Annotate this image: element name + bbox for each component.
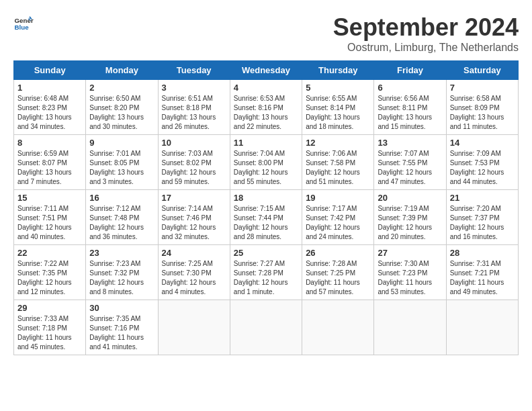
table-row: 19 Sunrise: 7:17 AMSunset: 7:42 PMDaylig… xyxy=(302,190,374,245)
svg-text:Blue: Blue xyxy=(15,24,30,31)
day-info: Sunrise: 6:55 AMSunset: 8:14 PMDaylight:… xyxy=(306,94,370,132)
table-row: 16 Sunrise: 7:12 AMSunset: 7:48 PMDaylig… xyxy=(86,190,158,245)
day-info: Sunrise: 6:50 AMSunset: 8:20 PMDaylight:… xyxy=(89,94,154,132)
day-number: 7 xyxy=(450,83,515,93)
day-number: 9 xyxy=(89,138,154,148)
day-number: 30 xyxy=(89,303,154,313)
day-number: 6 xyxy=(378,83,442,93)
day-info: Sunrise: 7:20 AMSunset: 7:37 PMDaylight:… xyxy=(450,204,515,242)
table-row: 4 Sunrise: 6:53 AMSunset: 8:16 PMDayligh… xyxy=(230,80,302,135)
table-row: 10 Sunrise: 7:03 AMSunset: 8:02 PMDaylig… xyxy=(158,135,230,190)
day-info: Sunrise: 7:03 AMSunset: 8:02 PMDaylight:… xyxy=(162,149,226,187)
day-number: 2 xyxy=(89,83,154,93)
table-row xyxy=(374,300,446,355)
day-info: Sunrise: 7:27 AMSunset: 7:28 PMDaylight:… xyxy=(234,259,298,297)
day-number: 12 xyxy=(306,138,370,148)
day-info: Sunrise: 6:59 AMSunset: 8:07 PMDaylight:… xyxy=(17,149,82,187)
table-row xyxy=(446,300,518,355)
day-info: Sunrise: 7:06 AMSunset: 7:58 PMDaylight:… xyxy=(306,149,370,187)
calendar-row: 15 Sunrise: 7:11 AMSunset: 7:51 PMDaylig… xyxy=(14,190,519,245)
day-info: Sunrise: 7:23 AMSunset: 7:32 PMDaylight:… xyxy=(89,259,154,297)
logo: General Blue xyxy=(13,13,34,34)
day-info: Sunrise: 7:01 AMSunset: 8:05 PMDaylight:… xyxy=(89,149,154,187)
table-row: 28 Sunrise: 7:31 AMSunset: 7:21 PMDaylig… xyxy=(446,245,518,300)
table-row: 21 Sunrise: 7:20 AMSunset: 7:37 PMDaylig… xyxy=(446,190,518,245)
day-info: Sunrise: 7:15 AMSunset: 7:44 PMDaylight:… xyxy=(234,204,298,242)
day-number: 3 xyxy=(162,83,226,93)
table-row: 6 Sunrise: 6:56 AMSunset: 8:11 PMDayligh… xyxy=(374,80,446,135)
table-row: 29 Sunrise: 7:33 AMSunset: 7:18 PMDaylig… xyxy=(14,300,86,355)
day-info: Sunrise: 7:09 AMSunset: 7:53 PMDaylight:… xyxy=(450,149,515,187)
day-info: Sunrise: 6:51 AMSunset: 8:18 PMDaylight:… xyxy=(162,94,226,132)
table-row: 1 Sunrise: 6:48 AMSunset: 8:23 PMDayligh… xyxy=(14,80,86,135)
table-row: 27 Sunrise: 7:30 AMSunset: 7:23 PMDaylig… xyxy=(374,245,446,300)
day-info: Sunrise: 7:19 AMSunset: 7:39 PMDaylight:… xyxy=(378,204,442,242)
title-block: September 2024 Oostrum, Limburg, The Net… xyxy=(333,13,519,54)
col-wednesday: Wednesday xyxy=(230,61,302,80)
day-number: 14 xyxy=(450,138,515,148)
day-number: 26 xyxy=(306,248,370,258)
table-row xyxy=(230,300,302,355)
day-info: Sunrise: 7:11 AMSunset: 7:51 PMDaylight:… xyxy=(17,204,82,242)
day-info: Sunrise: 7:17 AMSunset: 7:42 PMDaylight:… xyxy=(306,204,370,242)
table-row: 13 Sunrise: 7:07 AMSunset: 7:55 PMDaylig… xyxy=(374,135,446,190)
day-number: 16 xyxy=(89,193,154,203)
day-number: 25 xyxy=(234,248,298,258)
table-row: 2 Sunrise: 6:50 AMSunset: 8:20 PMDayligh… xyxy=(86,80,158,135)
col-sunday: Sunday xyxy=(14,61,86,80)
day-info: Sunrise: 6:53 AMSunset: 8:16 PMDaylight:… xyxy=(234,94,298,132)
calendar-body: 1 Sunrise: 6:48 AMSunset: 8:23 PMDayligh… xyxy=(14,80,519,355)
day-info: Sunrise: 7:25 AMSunset: 7:30 PMDaylight:… xyxy=(162,259,226,297)
table-row: 18 Sunrise: 7:15 AMSunset: 7:44 PMDaylig… xyxy=(230,190,302,245)
day-info: Sunrise: 7:07 AMSunset: 7:55 PMDaylight:… xyxy=(378,149,442,187)
location: Oostrum, Limburg, The Netherlands xyxy=(333,42,519,54)
col-thursday: Thursday xyxy=(302,61,374,80)
calendar-row: 29 Sunrise: 7:33 AMSunset: 7:18 PMDaylig… xyxy=(14,300,519,355)
day-number: 10 xyxy=(162,138,226,148)
calendar-row: 22 Sunrise: 7:22 AMSunset: 7:35 PMDaylig… xyxy=(14,245,519,300)
table-row: 15 Sunrise: 7:11 AMSunset: 7:51 PMDaylig… xyxy=(14,190,86,245)
calendar-row: 1 Sunrise: 6:48 AMSunset: 8:23 PMDayligh… xyxy=(14,80,519,135)
day-number: 23 xyxy=(89,248,154,258)
day-info: Sunrise: 7:31 AMSunset: 7:21 PMDaylight:… xyxy=(450,259,515,297)
day-info: Sunrise: 6:58 AMSunset: 8:09 PMDaylight:… xyxy=(450,94,515,132)
day-number: 18 xyxy=(234,193,298,203)
table-row xyxy=(158,300,230,355)
day-number: 21 xyxy=(450,193,515,203)
table-row: 5 Sunrise: 6:55 AMSunset: 8:14 PMDayligh… xyxy=(302,80,374,135)
table-row: 7 Sunrise: 6:58 AMSunset: 8:09 PMDayligh… xyxy=(446,80,518,135)
day-number: 28 xyxy=(450,248,515,258)
day-number: 29 xyxy=(17,303,82,313)
day-number: 27 xyxy=(378,248,442,258)
table-row: 24 Sunrise: 7:25 AMSunset: 7:30 PMDaylig… xyxy=(158,245,230,300)
table-row: 30 Sunrise: 7:35 AMSunset: 7:16 PMDaylig… xyxy=(86,300,158,355)
table-row xyxy=(302,300,374,355)
table-row: 20 Sunrise: 7:19 AMSunset: 7:39 PMDaylig… xyxy=(374,190,446,245)
day-info: Sunrise: 7:22 AMSunset: 7:35 PMDaylight:… xyxy=(17,259,82,297)
table-row: 14 Sunrise: 7:09 AMSunset: 7:53 PMDaylig… xyxy=(446,135,518,190)
table-row: 17 Sunrise: 7:14 AMSunset: 7:46 PMDaylig… xyxy=(158,190,230,245)
month-title: September 2024 xyxy=(333,13,519,42)
day-info: Sunrise: 7:33 AMSunset: 7:18 PMDaylight:… xyxy=(17,314,82,352)
col-friday: Friday xyxy=(374,61,446,80)
col-tuesday: Tuesday xyxy=(158,61,230,80)
day-number: 4 xyxy=(234,83,298,93)
day-info: Sunrise: 6:56 AMSunset: 8:11 PMDaylight:… xyxy=(378,94,442,132)
table-row: 12 Sunrise: 7:06 AMSunset: 7:58 PMDaylig… xyxy=(302,135,374,190)
day-number: 19 xyxy=(306,193,370,203)
day-number: 17 xyxy=(162,193,226,203)
day-info: Sunrise: 7:04 AMSunset: 8:00 PMDaylight:… xyxy=(234,149,298,187)
table-row: 3 Sunrise: 6:51 AMSunset: 8:18 PMDayligh… xyxy=(158,80,230,135)
day-info: Sunrise: 7:30 AMSunset: 7:23 PMDaylight:… xyxy=(378,259,442,297)
day-number: 11 xyxy=(234,138,298,148)
page-header: General Blue September 2024 Oostrum, Lim… xyxy=(13,13,519,54)
table-row: 11 Sunrise: 7:04 AMSunset: 8:00 PMDaylig… xyxy=(230,135,302,190)
table-row: 8 Sunrise: 6:59 AMSunset: 8:07 PMDayligh… xyxy=(14,135,86,190)
day-number: 15 xyxy=(17,193,82,203)
table-row: 9 Sunrise: 7:01 AMSunset: 8:05 PMDayligh… xyxy=(86,135,158,190)
day-number: 22 xyxy=(17,248,82,258)
day-number: 24 xyxy=(162,248,226,258)
day-number: 13 xyxy=(378,138,442,148)
day-info: Sunrise: 7:35 AMSunset: 7:16 PMDaylight:… xyxy=(89,314,154,352)
calendar-table: Sunday Monday Tuesday Wednesday Thursday… xyxy=(13,60,519,355)
